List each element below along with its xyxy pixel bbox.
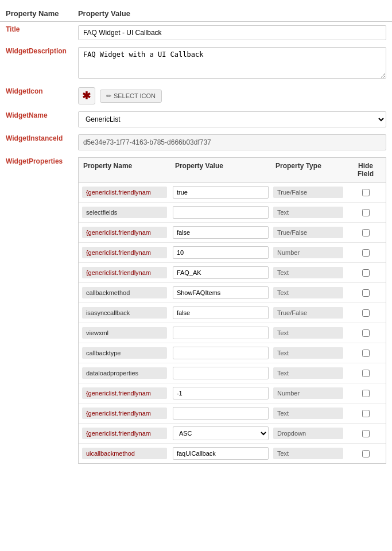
prop-value-input[interactable]: [173, 306, 269, 319]
prop-value-cell: [170, 407, 271, 420]
prop-type-cell: Text: [273, 327, 343, 339]
widget-props-header: Property Name Property Value Property Ty…: [79, 158, 386, 183]
widget-name-row: WidgetName GenericList: [0, 108, 392, 131]
prop-name-cell: {genericlist.friendlynam: [82, 227, 167, 238]
prop-value-input[interactable]: [173, 327, 269, 339]
prop-hide-checkbox[interactable]: [362, 289, 370, 297]
prop-value-input[interactable]: [173, 186, 269, 199]
table-row: selectfieldsText: [79, 203, 386, 223]
prop-value-input[interactable]: [173, 266, 269, 279]
widget-instance-row: WidgetInstanceId d5e34e73-1f77-4163-b785…: [0, 131, 392, 154]
table-row: {genericlist.friendlynamTrue/False: [79, 223, 386, 243]
prop-value-cell: [170, 226, 271, 239]
select-icon-button[interactable]: ✏ SELECT ICON: [100, 90, 162, 103]
prop-value-select[interactable]: ASCDESC: [173, 426, 269, 440]
prop-value-input[interactable]: [173, 447, 269, 460]
prop-type-cell: True/False: [273, 187, 343, 198]
prop-type-cell: Text: [273, 367, 343, 379]
table-row: callbackmethodText: [79, 283, 386, 303]
prop-name-cell: callbacktype: [82, 347, 167, 359]
prop-hide-checkbox[interactable]: [362, 450, 370, 457]
widget-props-label: WidgetProperties: [0, 154, 72, 467]
widget-name-select[interactable]: GenericList: [78, 111, 386, 127]
prop-value-input[interactable]: [173, 226, 269, 239]
widget-icon-label: WidgetIcon: [0, 84, 72, 108]
prop-hide-checkbox[interactable]: [362, 370, 370, 377]
prop-hide-cell: [346, 249, 386, 257]
prop-value-input[interactable]: [173, 246, 269, 259]
prop-value-input[interactable]: [173, 347, 269, 359]
prop-hide-cell: [346, 370, 386, 377]
prop-hide-checkbox[interactable]: [362, 410, 370, 417]
prop-type-cell: Text: [273, 408, 343, 419]
header-property-value: Property Value: [72, 6, 392, 22]
table-row: dataloadpropertiesText: [79, 363, 386, 383]
prop-hide-checkbox[interactable]: [362, 309, 370, 317]
prop-value-input[interactable]: [173, 286, 269, 299]
header-property-name: Property Name: [0, 6, 72, 22]
title-input[interactable]: [78, 25, 386, 40]
widget-icon-value-cell: ✱ ✏ SELECT ICON: [72, 84, 392, 108]
prop-hide-checkbox[interactable]: [362, 430, 370, 437]
prop-type-cell: Number: [273, 387, 343, 399]
widget-props-row: WidgetProperties Property Name Property …: [0, 154, 392, 467]
wp-header-hide: Hide Field: [346, 161, 386, 179]
pencil-icon: ✏: [106, 92, 111, 100]
prop-hide-checkbox[interactable]: [362, 189, 370, 196]
prop-hide-checkbox[interactable]: [362, 390, 370, 397]
prop-value-input[interactable]: [173, 387, 269, 399]
table-row: {genericlist.friendlynamText: [79, 403, 386, 424]
prop-rows-container: {genericlist.friendlynamTrue/Falseselect…: [79, 183, 386, 463]
prop-hide-cell: [346, 329, 386, 337]
prop-hide-cell: [346, 229, 386, 236]
prop-value-cell: [170, 266, 271, 279]
table-row: callbacktypeText: [79, 343, 386, 363]
prop-value-cell: [170, 286, 271, 299]
prop-name-cell: {genericlist.friendlynam: [82, 187, 167, 198]
table-row: {genericlist.friendlynamASCDESCDropdown: [79, 424, 386, 444]
widget-props-value-cell: Property Name Property Value Property Ty…: [72, 154, 392, 467]
prop-hide-checkbox[interactable]: [362, 249, 370, 257]
widget-name-label: WidgetName: [0, 108, 72, 131]
title-label: Title: [0, 22, 72, 44]
wp-header-value: Property Value: [170, 161, 271, 179]
widget-desc-textarea[interactable]: FAQ Widget with a UI Callback: [78, 47, 386, 79]
prop-hide-checkbox[interactable]: [362, 229, 370, 236]
prop-hide-cell: [346, 450, 386, 457]
prop-value-input[interactable]: [173, 407, 269, 420]
prop-value-cell: ASCDESC: [170, 426, 271, 440]
table-row: uicallbackmethodText: [79, 444, 386, 463]
prop-type-cell: True/False: [273, 307, 343, 319]
select-icon-label: SELECT ICON: [114, 92, 156, 99]
prop-type-cell: Text: [273, 207, 343, 218]
prop-hide-checkbox[interactable]: [362, 269, 370, 277]
prop-name-cell: {genericlist.friendlynam: [82, 428, 167, 439]
prop-name-cell: viewxml: [82, 327, 167, 339]
prop-hide-checkbox[interactable]: [362, 329, 370, 337]
table-row: {genericlist.friendlynamNumber: [79, 243, 386, 263]
prop-value-cell: [170, 206, 271, 219]
prop-name-cell: {genericlist.friendlynam: [82, 247, 167, 258]
prop-value-input[interactable]: [173, 367, 269, 379]
title-row: Title: [0, 22, 392, 44]
prop-type-cell: True/False: [273, 227, 343, 238]
prop-hide-cell: [346, 189, 386, 196]
table-row: {genericlist.friendlynamTrue/False: [79, 183, 386, 203]
prop-value-cell: [170, 367, 271, 379]
prop-name-cell: {genericlist.friendlynam: [82, 387, 167, 399]
prop-name-cell: callbackmethod: [82, 287, 167, 298]
prop-value-cell: [170, 246, 271, 259]
prop-name-cell: {genericlist.friendlynam: [82, 408, 167, 419]
wp-header-name: Property Name: [79, 161, 170, 179]
prop-type-cell: Number: [273, 247, 343, 258]
prop-hide-checkbox[interactable]: [362, 209, 370, 216]
widget-icon-row: WidgetIcon ✱ ✏ SELECT ICON: [0, 84, 392, 108]
widget-name-value-cell: GenericList: [72, 108, 392, 131]
prop-hide-cell: [346, 309, 386, 317]
prop-value-cell: [170, 306, 271, 319]
prop-value-input[interactable]: [173, 206, 269, 219]
widget-desc-row: WidgetDescription FAQ Widget with a UI C…: [0, 44, 392, 84]
prop-hide-checkbox[interactable]: [362, 350, 370, 357]
prop-hide-cell: [346, 430, 386, 437]
wp-header-type: Property Type: [271, 161, 346, 179]
